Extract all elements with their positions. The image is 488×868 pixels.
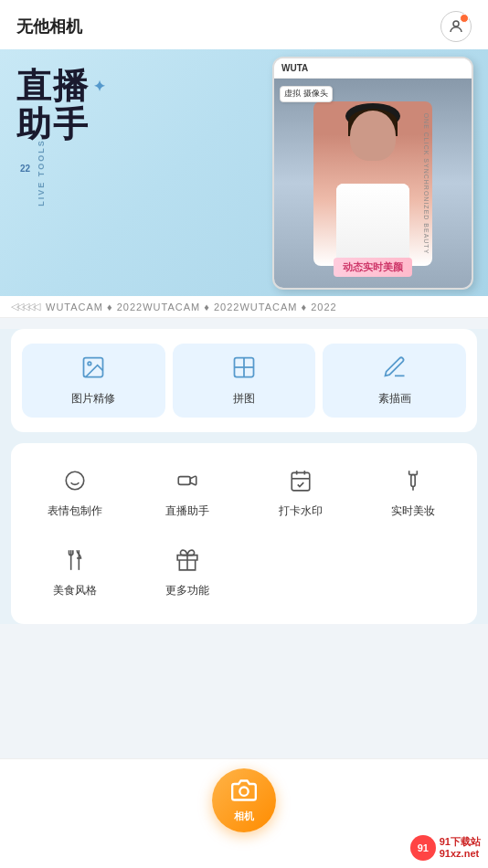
feature-collage[interactable]: 拼图 — [173, 344, 316, 418]
beauty-tag: 动态实时美颜 — [334, 258, 412, 277]
feature-live[interactable]: 直播助手 — [135, 458, 241, 530]
feature-food[interactable]: 美食风格 — [22, 537, 128, 609]
feature-emoji[interactable]: 表情包制作 — [22, 458, 128, 530]
phone-mockup: WUTA 虚拟 摄像头 动态实时美颜 ONE CLICK SYNCHRONIZE… — [272, 57, 473, 290]
feature-grid-top: 图片精修 拼图 素描画 — [22, 344, 466, 418]
profile-button[interactable] — [440, 11, 472, 42]
virtual-cam-tag: 虚拟 摄像头 — [280, 86, 333, 102]
feature-image-retouch[interactable]: 图片精修 — [22, 344, 165, 418]
feature-label-m0: 表情包制作 — [48, 503, 102, 519]
banner: LIVE TOOLS 直播 ✦ 助手 22 WUTA 虚拟 — [0, 49, 488, 296]
feature-label-b1: 更多功能 — [165, 583, 209, 598]
header: 无他相机 — [0, 0, 488, 49]
main-content: 图片精修 拼图 素描画 — [0, 329, 488, 624]
person-image — [313, 101, 432, 266]
live-icon — [175, 469, 199, 496]
svg-rect-10 — [292, 472, 310, 491]
svg-rect-9 — [179, 477, 191, 485]
feature-label-2: 素描画 — [378, 391, 411, 407]
feature-label-b0: 美食风格 — [53, 583, 97, 598]
live-tools-label: LIVE TOOLS — [37, 139, 46, 206]
food-icon — [63, 548, 87, 576]
ticker-text: WUTACAM ♦ 2022WUTACAM ♦ 2022WUTACAM ♦ 20… — [46, 302, 337, 312]
feature-grid-mid: 表情包制作 直播助手 — [22, 458, 466, 530]
feature-grid-bot: 美食风格 更多功能 — [22, 537, 466, 609]
bottom-area: 相机 91 91下载站 91xz.net — [0, 758, 488, 868]
head — [350, 111, 396, 161]
body — [336, 184, 409, 266]
more-icon — [175, 548, 199, 576]
feature-section-mid: 表情包制作 直播助手 — [11, 443, 477, 624]
feature-makeup[interactable]: 实时美妆 — [361, 458, 467, 530]
svg-point-0 — [453, 21, 459, 26]
checkin-icon — [289, 469, 313, 496]
emoji-icon — [63, 469, 87, 496]
svg-point-19 — [239, 788, 248, 796]
feature-checkin[interactable]: 打卡水印 — [248, 458, 354, 530]
star-decoration: ✦ — [93, 79, 107, 95]
feature-section-top: 图片精修 拼图 素描画 — [11, 329, 477, 432]
phone-top-bar: WUTA — [274, 58, 472, 79]
makeup-icon — [401, 469, 425, 496]
banner-title: 直播 ✦ 助手 — [16, 68, 107, 144]
feature-more[interactable]: 更多功能 — [135, 537, 241, 609]
feature-label-m2: 打卡水印 — [279, 503, 323, 519]
feature-label-0: 图片精修 — [71, 391, 115, 407]
feature-label-1: 拼图 — [233, 391, 255, 407]
ticker-bar: ◁◁◁◁◁ WUTACAM ♦ 2022WUTACAM ♦ 2022WUTACA… — [0, 296, 488, 318]
watermark-text: 91下载站 91xz.net — [440, 836, 481, 860]
phone-content: 虚拟 摄像头 动态实时美颜 ONE CLICK SYNCHRONIZED BEA… — [274, 79, 472, 288]
watermark: 91 91下载站 91xz.net — [410, 835, 481, 861]
sketch-icon — [382, 355, 408, 384]
feature-sketch[interactable]: 素描画 — [323, 344, 466, 418]
image-retouch-icon — [80, 355, 106, 384]
date-tag: 22 — [20, 164, 30, 174]
watermark-badge: 91 — [410, 835, 436, 861]
camera-button[interactable]: 相机 — [212, 768, 276, 832]
camera-label: 相机 — [234, 810, 254, 823]
svg-point-6 — [66, 471, 84, 490]
right-sidebar-text: ONE CLICK SYNCHRONIZED BEAUTY — [423, 112, 430, 254]
camera-icon — [231, 778, 257, 809]
feature-label-m1: 直播助手 — [165, 503, 209, 519]
collage-icon — [231, 355, 257, 384]
svg-rect-14 — [411, 475, 415, 487]
feature-label-m3: 实时美妆 — [391, 503, 435, 519]
app-title: 无他相机 — [16, 16, 82, 37]
svg-point-2 — [88, 362, 91, 365]
ticker-arrows: ◁◁◁◁◁ — [11, 301, 38, 312]
